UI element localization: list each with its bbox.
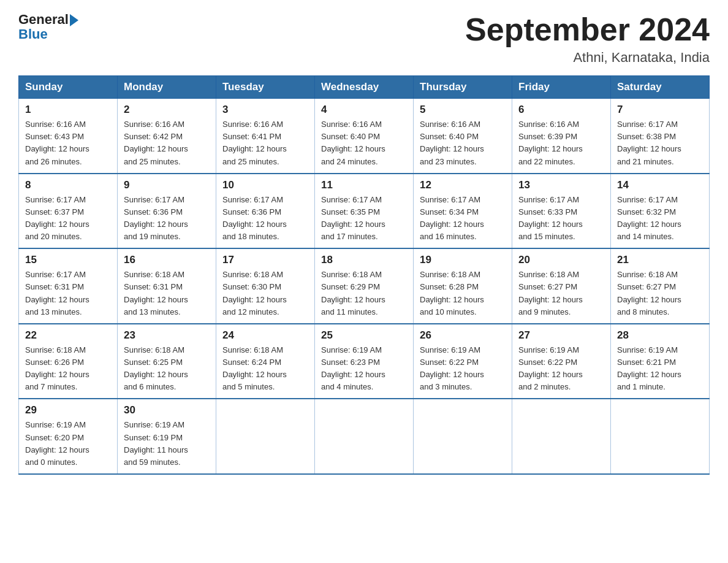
day-info: Sunrise: 6:18 AMSunset: 6:30 PMDaylight:… xyxy=(222,269,308,318)
day-cell-25: 25Sunrise: 6:19 AMSunset: 6:23 PMDayligh… xyxy=(315,324,414,399)
calendar-subtitle: Athni, Karnataka, India xyxy=(465,50,710,66)
day-info: Sunrise: 6:16 AMSunset: 6:43 PMDaylight:… xyxy=(25,118,111,168)
day-info: Sunrise: 6:19 AMSunset: 6:19 PMDaylight:… xyxy=(124,419,210,469)
day-number: 14 xyxy=(617,179,703,191)
day-cell-7: 7Sunrise: 6:17 AMSunset: 6:38 PMDaylight… xyxy=(611,99,710,174)
day-info: Sunrise: 6:17 AMSunset: 6:36 PMDaylight:… xyxy=(124,194,210,243)
day-number: 25 xyxy=(321,329,407,342)
day-number: 9 xyxy=(124,179,210,191)
day-cell-21: 21Sunrise: 6:18 AMSunset: 6:27 PMDayligh… xyxy=(611,248,710,324)
page-header: General Blue September 2024 Athni, Karna… xyxy=(18,12,710,66)
day-number: 24 xyxy=(222,329,308,342)
day-cell-3: 3Sunrise: 6:16 AMSunset: 6:41 PMDaylight… xyxy=(216,99,315,174)
day-cell-26: 26Sunrise: 6:19 AMSunset: 6:22 PMDayligh… xyxy=(414,324,512,399)
day-info: Sunrise: 6:18 AMSunset: 6:25 PMDaylight:… xyxy=(124,344,210,394)
day-cell-27: 27Sunrise: 6:19 AMSunset: 6:22 PMDayligh… xyxy=(512,324,611,399)
header-cell-tuesday: Tuesday xyxy=(216,76,315,99)
day-info: Sunrise: 6:17 AMSunset: 6:37 PMDaylight:… xyxy=(25,194,111,243)
day-info: Sunrise: 6:18 AMSunset: 6:24 PMDaylight:… xyxy=(222,344,308,394)
day-cell-19: 19Sunrise: 6:18 AMSunset: 6:28 PMDayligh… xyxy=(414,248,512,324)
day-info: Sunrise: 6:18 AMSunset: 6:29 PMDaylight:… xyxy=(321,269,407,318)
header-cell-friday: Friday xyxy=(512,76,611,99)
day-number: 6 xyxy=(518,104,604,116)
day-info: Sunrise: 6:17 AMSunset: 6:32 PMDaylight:… xyxy=(617,194,703,243)
day-number: 23 xyxy=(124,329,210,342)
day-info: Sunrise: 6:17 AMSunset: 6:34 PMDaylight:… xyxy=(420,194,506,243)
day-cell-10: 10Sunrise: 6:17 AMSunset: 6:36 PMDayligh… xyxy=(216,174,315,249)
day-number: 8 xyxy=(25,179,111,191)
day-number: 29 xyxy=(25,404,111,416)
day-number: 7 xyxy=(617,104,703,116)
day-cell-6: 6Sunrise: 6:16 AMSunset: 6:39 PMDaylight… xyxy=(512,99,611,174)
header-cell-saturday: Saturday xyxy=(611,76,710,99)
title-block: September 2024 Athni, Karnataka, India xyxy=(465,12,710,66)
day-number: 13 xyxy=(518,179,604,191)
day-number: 30 xyxy=(124,404,210,416)
day-number: 21 xyxy=(617,254,703,266)
day-number: 27 xyxy=(518,329,604,342)
day-cell-29: 29Sunrise: 6:19 AMSunset: 6:20 PMDayligh… xyxy=(19,399,118,474)
calendar-title: September 2024 xyxy=(465,12,710,47)
day-info: Sunrise: 6:19 AMSunset: 6:21 PMDaylight:… xyxy=(617,344,703,394)
week-row-5: 29Sunrise: 6:19 AMSunset: 6:20 PMDayligh… xyxy=(19,399,710,474)
empty-cell xyxy=(512,399,611,474)
header-cell-thursday: Thursday xyxy=(414,76,512,99)
day-number: 12 xyxy=(420,179,506,191)
day-info: Sunrise: 6:17 AMSunset: 6:31 PMDaylight:… xyxy=(25,269,111,318)
day-number: 10 xyxy=(222,179,308,191)
day-cell-15: 15Sunrise: 6:17 AMSunset: 6:31 PMDayligh… xyxy=(19,248,118,324)
day-cell-16: 16Sunrise: 6:18 AMSunset: 6:31 PMDayligh… xyxy=(118,248,216,324)
week-row-4: 22Sunrise: 6:18 AMSunset: 6:26 PMDayligh… xyxy=(19,324,710,399)
day-cell-23: 23Sunrise: 6:18 AMSunset: 6:25 PMDayligh… xyxy=(118,324,216,399)
day-info: Sunrise: 6:19 AMSunset: 6:20 PMDaylight:… xyxy=(25,419,111,469)
day-info: Sunrise: 6:16 AMSunset: 6:39 PMDaylight:… xyxy=(518,118,604,168)
week-row-3: 15Sunrise: 6:17 AMSunset: 6:31 PMDayligh… xyxy=(19,248,710,324)
day-cell-22: 22Sunrise: 6:18 AMSunset: 6:26 PMDayligh… xyxy=(19,324,118,399)
day-number: 18 xyxy=(321,254,407,266)
day-info: Sunrise: 6:18 AMSunset: 6:31 PMDaylight:… xyxy=(124,269,210,318)
header-cell-monday: Monday xyxy=(118,76,216,99)
day-cell-5: 5Sunrise: 6:16 AMSunset: 6:40 PMDaylight… xyxy=(414,99,512,174)
day-number: 26 xyxy=(420,329,506,342)
day-cell-17: 17Sunrise: 6:18 AMSunset: 6:30 PMDayligh… xyxy=(216,248,315,324)
day-number: 22 xyxy=(25,329,111,342)
day-number: 5 xyxy=(420,104,506,116)
logo: General Blue xyxy=(18,12,78,42)
day-number: 2 xyxy=(124,104,210,116)
header-row: SundayMondayTuesdayWednesdayThursdayFrid… xyxy=(19,76,710,99)
day-cell-8: 8Sunrise: 6:17 AMSunset: 6:37 PMDaylight… xyxy=(19,174,118,249)
day-cell-13: 13Sunrise: 6:17 AMSunset: 6:33 PMDayligh… xyxy=(512,174,611,249)
day-info: Sunrise: 6:18 AMSunset: 6:27 PMDaylight:… xyxy=(617,269,703,318)
day-number: 20 xyxy=(518,254,604,266)
day-cell-11: 11Sunrise: 6:17 AMSunset: 6:35 PMDayligh… xyxy=(315,174,414,249)
empty-cell xyxy=(611,399,710,474)
logo-text: General xyxy=(18,12,78,27)
day-info: Sunrise: 6:18 AMSunset: 6:27 PMDaylight:… xyxy=(518,269,604,318)
day-info: Sunrise: 6:16 AMSunset: 6:40 PMDaylight:… xyxy=(321,118,407,168)
day-info: Sunrise: 6:16 AMSunset: 6:40 PMDaylight:… xyxy=(420,118,506,168)
day-number: 28 xyxy=(617,329,703,342)
logo-blue-text: Blue xyxy=(18,27,78,42)
day-info: Sunrise: 6:19 AMSunset: 6:23 PMDaylight:… xyxy=(321,344,407,394)
day-cell-9: 9Sunrise: 6:17 AMSunset: 6:36 PMDaylight… xyxy=(118,174,216,249)
empty-cell xyxy=(315,399,414,474)
day-number: 15 xyxy=(25,254,111,266)
day-info: Sunrise: 6:19 AMSunset: 6:22 PMDaylight:… xyxy=(518,344,604,394)
day-number: 11 xyxy=(321,179,407,191)
day-cell-20: 20Sunrise: 6:18 AMSunset: 6:27 PMDayligh… xyxy=(512,248,611,324)
day-cell-12: 12Sunrise: 6:17 AMSunset: 6:34 PMDayligh… xyxy=(414,174,512,249)
day-number: 17 xyxy=(222,254,308,266)
day-info: Sunrise: 6:17 AMSunset: 6:35 PMDaylight:… xyxy=(321,194,407,243)
day-cell-4: 4Sunrise: 6:16 AMSunset: 6:40 PMDaylight… xyxy=(315,99,414,174)
day-info: Sunrise: 6:17 AMSunset: 6:36 PMDaylight:… xyxy=(222,194,308,243)
day-info: Sunrise: 6:16 AMSunset: 6:41 PMDaylight:… xyxy=(222,118,308,168)
day-info: Sunrise: 6:18 AMSunset: 6:28 PMDaylight:… xyxy=(420,269,506,318)
day-cell-18: 18Sunrise: 6:18 AMSunset: 6:29 PMDayligh… xyxy=(315,248,414,324)
day-number: 16 xyxy=(124,254,210,266)
day-number: 4 xyxy=(321,104,407,116)
day-cell-14: 14Sunrise: 6:17 AMSunset: 6:32 PMDayligh… xyxy=(611,174,710,249)
week-row-1: 1Sunrise: 6:16 AMSunset: 6:43 PMDaylight… xyxy=(19,99,710,174)
day-info: Sunrise: 6:17 AMSunset: 6:33 PMDaylight:… xyxy=(518,194,604,243)
empty-cell xyxy=(414,399,512,474)
header-cell-wednesday: Wednesday xyxy=(315,76,414,99)
